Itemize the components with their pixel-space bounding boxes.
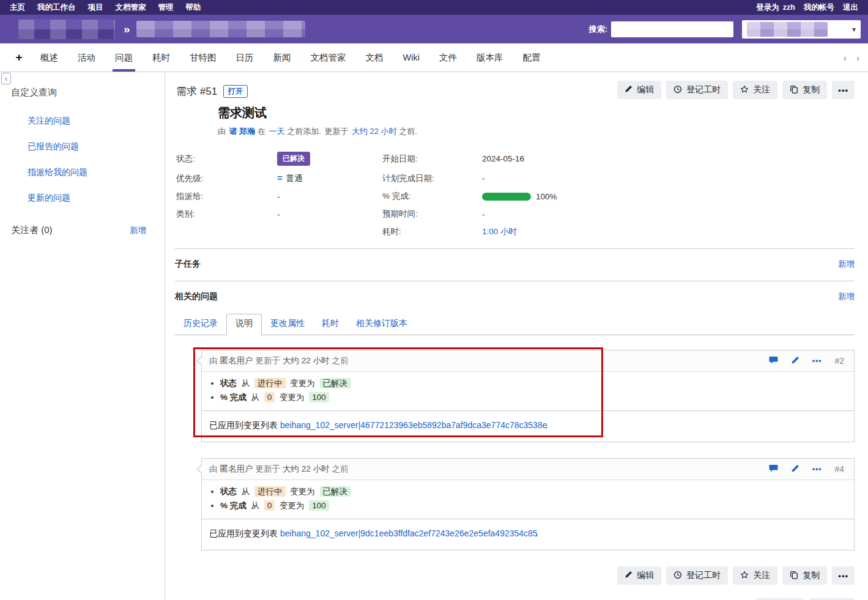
query-reported-issues[interactable]: 已报告的问题 [28,141,154,152]
note-prefix: 已应用到变更列表 [209,528,278,538]
progress-bar [482,193,531,201]
change-old-value: 进行中 [254,378,286,388]
priority-normal-icon: = [277,172,283,183]
tab-wiki[interactable]: Wiki [403,43,420,72]
journal-by: 由 [209,355,218,366]
journal-more-icon[interactable]: ••• [812,357,822,365]
query-assigned-to-me[interactable]: 指派给我的问题 [28,167,154,178]
tab-doc-manager[interactable]: 文档管家 [311,43,346,72]
history-tab-properties[interactable]: 更改属性 [262,318,313,335]
more-actions-button[interactable]: ••• [832,566,855,585]
logout-link[interactable]: 退出 [843,2,858,13]
menu-home[interactable]: 主页 [10,2,25,13]
spent-time-link[interactable]: 1:00 小时 [482,227,517,236]
journal-number-link[interactable]: #2 [834,356,844,366]
journal-4-header: 由 匿名用户 更新于 大约 22 小时 之前 ••• #4 [202,459,854,480]
watch-button[interactable]: 关注 [733,81,777,99]
tab-repository[interactable]: 版本库 [477,43,503,72]
tab-spent-time[interactable]: 耗时 [152,43,170,72]
tab-settings[interactable]: 配置 [522,43,540,72]
menu-projects[interactable]: 项目 [88,2,103,13]
start-date-label: 开始日期: [382,154,482,165]
log-time-button[interactable]: 登记工时 [666,566,728,585]
note-suffix: . [536,528,538,538]
tab-issues[interactable]: 问题 [115,43,133,72]
change-from-word: 从 [251,501,260,510]
watch-button-label: 关注 [753,570,770,581]
tab-documents[interactable]: 文档 [366,43,384,72]
history-tab-history[interactable]: 历史记录 [175,318,226,335]
tab-calendar[interactable]: 日历 [236,43,254,72]
watch-button[interactable]: 关注 [733,566,777,585]
history-tab-notes[interactable]: 说明 [226,314,262,335]
journal-4-changes: 状态 从 进行中 变更为 已解决 % 完成 从 0 变更为 100 [220,486,854,511]
edit-comment-icon[interactable] [791,356,799,366]
copy-button[interactable]: 复制 [782,81,827,99]
changeset-link[interactable]: beihang_102_server|46772123963eb5892ba7a… [280,420,547,430]
quote-comment-icon[interactable] [769,464,778,475]
edit-comment-icon[interactable] [791,464,799,475]
copy-button[interactable]: 复制 [782,566,827,585]
history-tab-revisions[interactable]: 相关修订版本 [347,318,416,335]
start-date-value: 2024-05-16 [482,154,855,163]
journal-number-link[interactable]: #4 [834,464,844,474]
subtasks-add-link[interactable]: 新增 [838,259,855,270]
copy-button-label: 复制 [803,84,820,95]
assignee-label: 指派给: [176,191,277,202]
watchers-title: 关注者 (0) [11,224,53,236]
edit-button[interactable]: 编辑 [617,81,661,99]
tab-scroll-prev-icon[interactable]: ‹ [844,53,847,63]
search-input[interactable] [611,21,733,37]
sidebar-collapse-button[interactable]: ‹ [1,73,11,84]
issue-author-link[interactable]: 诸 郑瀚 [229,127,256,136]
history-tabs: 历史记录 说明 更改属性 耗时 相关修订版本 [175,317,855,335]
issue-updated-ago-link[interactable]: 大约 22 小时 [352,127,397,136]
journal-list: 由 匿名用户 更新于 大约 22 小时 之前 ••• #2 状态 从 [175,350,855,550]
related-issues-add-link[interactable]: 新增 [838,291,855,302]
tab-scroll-next-icon[interactable]: › [856,53,859,63]
changeset-link[interactable]: beihang_102_server|9dc1eeb3ffdfac2ef7243… [280,528,538,538]
byline-added-tail: 之前添加. [287,127,321,136]
journal-tail: 之前 [332,355,349,366]
change-field: 状态 [220,379,237,388]
history-tab-time[interactable]: 耗时 [313,318,347,335]
journal-tail: 之前 [332,464,349,475]
quote-comment-icon[interactable] [769,355,778,366]
clock-icon [673,85,682,95]
issue-added-ago-link[interactable]: 一天 [269,127,285,136]
watchers-add-link[interactable]: 新增 [130,225,146,236]
menu-admin[interactable]: 管理 [158,2,174,13]
change-from-word: 从 [242,487,250,496]
journal-2-tools: ••• #2 [769,355,844,366]
journal-4-tools: ••• #4 [769,464,844,475]
log-time-button[interactable]: 登记工时 [666,81,728,99]
tab-news[interactable]: 新闻 [273,43,291,72]
add-tab-button[interactable]: + [9,51,29,64]
journal-4-note: 已应用到变更列表beihang_102_server|9dc1eeb3ffdfa… [202,519,854,550]
estimated-time-value: - [482,210,855,219]
journal-more-icon[interactable]: ••• [812,465,822,473]
more-actions-button[interactable]: ••• [832,81,855,99]
tab-overview[interactable]: 概述 [40,43,58,72]
menu-my-workbench[interactable]: 我的工作台 [37,2,76,13]
breadcrumb-separator: » [124,23,130,36]
category-label: 类别: [176,209,277,220]
menu-doc-manager[interactable]: 文档管家 [116,2,146,13]
edit-button[interactable]: 编辑 [617,566,661,585]
issue-actions-bottom: 编辑 登记工时 关注 复制 ••• [175,566,855,585]
journal-updated: 更新于 [256,464,281,475]
current-user-link[interactable]: zzh [783,3,795,12]
estimated-time-label: 预期时间: [382,209,482,220]
tab-gantt[interactable]: 甘特图 [190,43,217,72]
my-account-link[interactable]: 我的帐号 [804,2,834,13]
top-menu-bar: 主页 我的工作台 项目 文档管家 管理 帮助 登录为 zzh 我的帐号 退出 [0,0,868,15]
tab-activity[interactable]: 活动 [78,43,95,72]
status-badge: 已解决 [277,152,310,166]
project-jump-select[interactable]: ▾ [742,20,861,39]
tab-files[interactable]: 文件 [439,43,457,72]
query-updated-issues[interactable]: 更新的问题 [28,193,154,204]
menu-help[interactable]: 帮助 [186,2,201,13]
change-new-value: 100 [309,392,329,402]
change-from-word: 从 [242,379,250,388]
query-watched-issues[interactable]: 关注的问题 [28,116,154,127]
